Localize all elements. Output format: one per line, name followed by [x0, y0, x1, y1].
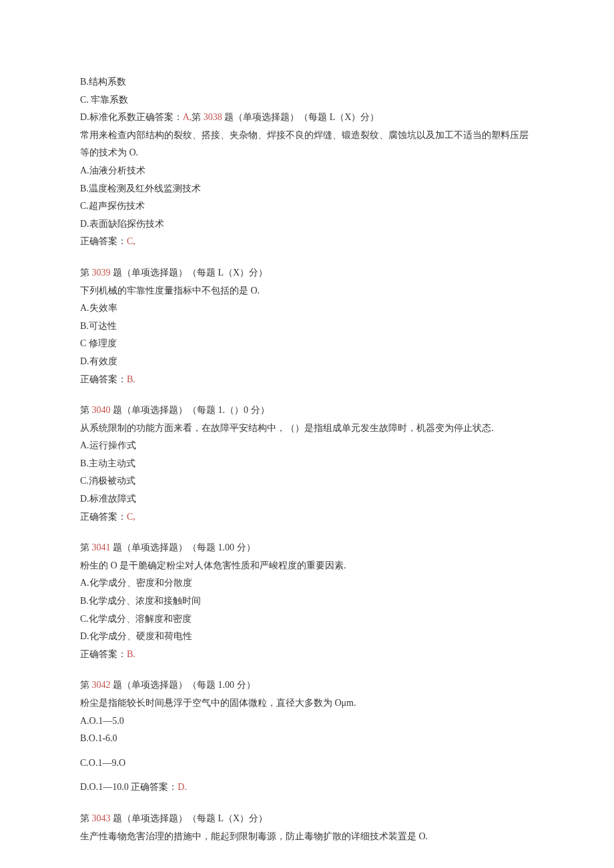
q3041-option-d: D.化学成分、硬度和荷电性 [80, 628, 534, 646]
spacer-small [80, 748, 534, 755]
q3039-answer-label: 正确答案： [80, 374, 127, 384]
q3037-option-b: B.结构系数 [80, 73, 534, 91]
q3038-option-b: B.温度检测及红外线监测技术 [80, 180, 534, 198]
spacer [80, 388, 534, 402]
q3037-option-d-prefix: D.标准化系数正确答案： [80, 112, 183, 122]
q3042-option-a: A.O.1—5.0 [80, 713, 534, 731]
q3040-stem: 从系统限制的功能方面来看，在故障平安结构中，（）是指组成单元发生故障时，机器变为… [80, 420, 534, 438]
q3042-option-b: B.O.1-6.0 [80, 730, 534, 748]
q3039-title-pre: 第 [80, 268, 92, 278]
q3041-option-a: A.化学成分、密度和分散度 [80, 574, 534, 592]
q3038-number: 3038 [204, 112, 222, 122]
q3042-stem: 粉尘是指能较长时间悬浮于空气中的固体微粒，直径大多数为 Oμm. [80, 695, 534, 713]
q3042-title-post: 题（单项选择题）（每题 1.00 分） [111, 680, 256, 690]
q3038-option-a: A.油液分析技术 [80, 162, 534, 180]
q3038-option-c: C.超声探伤技术 [80, 197, 534, 215]
spacer-small [80, 772, 534, 779]
q3039-stem: 下列机械的牢靠性度量指标中不包括的是 O. [80, 282, 534, 300]
q3039-option-d: D.有效度 [80, 353, 534, 371]
q3038-answer: C, [127, 236, 135, 246]
q3037-option-c: C. 牢靠系数 [80, 91, 534, 109]
q3038-title-pre: 第 [192, 112, 204, 122]
q3041-number: 3041 [92, 542, 111, 552]
q3041-answer: B. [127, 649, 135, 659]
q3040-answer-line: 正确答案：C, [80, 508, 534, 526]
q3039-number: 3039 [92, 268, 111, 278]
q3038-answer-label: 正确答案： [80, 236, 127, 246]
q3039-answer-line: 正确答案：B. [80, 371, 534, 389]
q3038-stem: 常用来检查内部结构的裂纹、搭接、夹杂物、焊接不良的焊缝、锻造裂纹、腐蚀坑以及加工… [80, 127, 534, 162]
spacer [80, 797, 534, 810]
q3040-option-b: B.主动主动式 [80, 455, 534, 473]
q3042-answer: D. [178, 782, 187, 792]
q3040-number: 3040 [92, 405, 111, 415]
q3042-title-pre: 第 [80, 680, 92, 690]
q3042-number: 3042 [92, 680, 111, 690]
q3042-option-d-prefix: D.O.1—10.0 正确答案： [80, 782, 178, 792]
q3043-title-post: 题（单项选择题）（每题 L（X）分） [111, 813, 268, 823]
q3041-answer-line: 正确答案：B. [80, 646, 534, 664]
q3043-number: 3043 [92, 813, 111, 823]
q3039-option-c: C 修理度 [80, 335, 534, 353]
q3041-title-line: 第 3041 题（单项选择题）（每题 1.00 分） [80, 539, 534, 557]
q3041-answer-label: 正确答案： [80, 649, 127, 659]
q3040-option-c: C.消极被动式 [80, 472, 534, 490]
q3038-option-d: D.表面缺陷探伤技术 [80, 215, 534, 234]
q3043-title-pre: 第 [80, 813, 92, 823]
q3041-option-c: C.化学成分、溶解度和密度 [80, 610, 534, 628]
q3040-option-a: A.运行操作式 [80, 437, 534, 455]
q3041-title-pre: 第 [80, 542, 92, 552]
spacer [80, 251, 534, 264]
q3043-stem: 生产性毒物危害治理的措施中，能起到限制毒源，防止毒物扩散的详细技术装置是 O. [80, 828, 534, 846]
q3043-title-line: 第 3043 题（单项选择题）（每题 L（X）分） [80, 810, 534, 828]
q3038-title-post: 题（单项选择题）（每题 L（X）分） [222, 112, 380, 122]
q3039-answer: B. [127, 374, 135, 384]
spacer [80, 663, 534, 677]
q3042-option-d-line: D.O.1—10.0 正确答案：D. [80, 779, 534, 797]
q3039-option-b: B.可达性 [80, 318, 534, 336]
page-container: B.结构系数 C. 牢靠系数 D.标准化系数正确答案：A,第 3038 题（单项… [0, 0, 614, 868]
spacer [80, 526, 534, 539]
q3041-option-b: B.化学成分、浓度和接触时间 [80, 592, 534, 610]
q3040-answer-label: 正确答案： [80, 512, 127, 522]
q3041-title-post: 题（单项选择题）（每题 1.00 分） [111, 542, 256, 552]
q3042-title-line: 第 3042 题（单项选择题）（每题 1.00 分） [80, 677, 534, 695]
q3039-title-line: 第 3039 题（单项选择题）（每题 L（X）分） [80, 264, 534, 282]
q3040-title-post: 题（单项选择题）（每题 1.（）0 分） [111, 405, 270, 415]
q3038-title-line: D.标准化系数正确答案：A,第 3038 题（单项选择题）（每题 L（X）分） [80, 109, 534, 127]
q3041-stem: 粉生的 O 是干脆确定粉尘对人体危害性质和严峻程度的重要因素. [80, 557, 534, 575]
q3040-title-pre: 第 [80, 405, 92, 415]
q3039-title-post: 题（单项选择题）（每题 L（X）分） [111, 268, 268, 278]
q3040-answer: C, [127, 512, 135, 522]
q3039-option-a: A.失效率 [80, 300, 534, 318]
q3037-answer-letter: A, [183, 112, 192, 122]
q3038-answer-line: 正确答案：C, [80, 233, 534, 251]
q3040-option-d: D.标准故障式 [80, 490, 534, 508]
q3042-option-c: C.O.1—9.O [80, 755, 534, 773]
q3040-title-line: 第 3040 题（单项选择题）（每题 1.（）0 分） [80, 402, 534, 420]
